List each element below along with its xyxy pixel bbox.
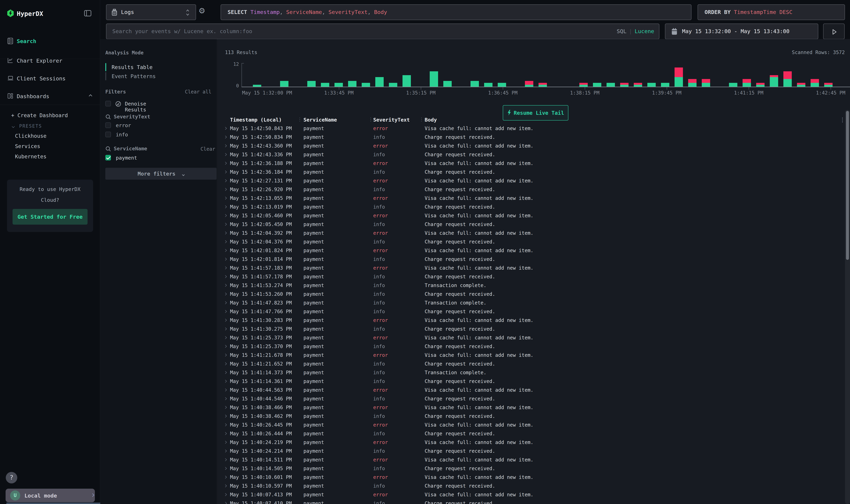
row-expand-chevron-icon[interactable] xyxy=(224,319,227,322)
histogram-bar[interactable] xyxy=(307,81,316,87)
histogram-bar[interactable] xyxy=(688,79,697,87)
table-row[interactable]: May 15 1:41:57.183 PMpaymenterrorVisa ca… xyxy=(221,264,850,272)
table-row[interactable]: May 15 1:41:14.361 PMpaymentinfoCharge r… xyxy=(221,377,850,386)
histogram-bar[interactable] xyxy=(525,81,533,87)
table-row[interactable]: May 15 1:40:26.444 PMpaymentinfoCharge r… xyxy=(221,429,850,438)
column-resize-handle[interactable]: ⋮ xyxy=(368,116,373,122)
table-row[interactable]: May 15 1:40:07.413 PMpaymenterrorVisa ca… xyxy=(221,490,850,499)
row-expand-chevron-icon[interactable] xyxy=(224,484,227,487)
table-row[interactable]: May 15 1:40:14.505 PMpaymentinfoCharge r… xyxy=(221,464,850,473)
table-row[interactable]: May 15 1:42:01.814 PMpaymentinfoCharge r… xyxy=(221,255,850,264)
histogram-bar[interactable] xyxy=(634,83,642,87)
row-expand-chevron-icon[interactable] xyxy=(224,240,227,243)
table-row[interactable]: May 15 1:41:21.652 PMpaymentinfoCharge r… xyxy=(221,360,850,368)
histogram-bar[interactable] xyxy=(348,81,357,87)
histogram-bar[interactable] xyxy=(471,81,479,87)
time-range-picker[interactable]: May 15 13:32:00 - May 15 13:43:00 xyxy=(665,23,818,39)
row-expand-chevron-icon[interactable] xyxy=(224,397,227,400)
table-row[interactable]: May 15 1:41:30.275 PMpaymentinfoCharge r… xyxy=(221,325,850,334)
row-expand-chevron-icon[interactable] xyxy=(224,197,227,200)
create-dashboard-button[interactable]: + Create Dashboard xyxy=(11,112,68,119)
histogram-bar[interactable] xyxy=(334,83,343,87)
sidebar-item-search[interactable]: Search xyxy=(0,36,100,47)
table-row[interactable]: May 15 1:40:38.462 PMpaymentinfoCharge r… xyxy=(221,412,850,421)
row-expand-chevron-icon[interactable] xyxy=(224,371,227,374)
table-row[interactable]: May 15 1:40:24.214 PMpaymentinfoCharge r… xyxy=(221,447,850,455)
row-expand-chevron-icon[interactable] xyxy=(224,406,227,409)
more-filters-button[interactable]: More filters xyxy=(105,168,217,180)
row-expand-chevron-icon[interactable] xyxy=(224,223,227,226)
table-options-kebab-icon[interactable]: ⋮ xyxy=(840,115,845,124)
histogram-bar[interactable] xyxy=(362,83,370,87)
histogram-bar[interactable] xyxy=(539,83,547,87)
table-row[interactable]: May 15 1:42:36.188 PMpaymenterrorVisa ca… xyxy=(221,159,850,168)
row-expand-chevron-icon[interactable] xyxy=(224,415,227,418)
row-expand-chevron-icon[interactable] xyxy=(224,127,227,130)
table-row[interactable]: May 15 1:41:47.766 PMpaymentinfoCharge r… xyxy=(221,307,850,316)
search-icon[interactable] xyxy=(105,146,111,152)
table-row[interactable]: May 15 1:41:30.283 PMpaymenterrorVisa ca… xyxy=(221,316,850,325)
table-row[interactable]: May 15 1:42:27.131 PMpaymenterrorVisa ca… xyxy=(221,177,850,185)
column-header-body[interactable]: Body xyxy=(424,115,437,124)
sidebar-item-chart-explorer[interactable]: Chart Explorer xyxy=(0,55,100,66)
column-header-severitytext[interactable]: SeverityText xyxy=(373,115,410,124)
table-row[interactable]: May 15 1:42:26.920 PMpaymentinfoCharge r… xyxy=(221,185,850,194)
table-row[interactable]: May 15 1:42:50.834 PMpaymentinfoCharge r… xyxy=(221,133,850,142)
search-icon[interactable] xyxy=(105,114,111,120)
row-expand-chevron-icon[interactable] xyxy=(224,362,227,365)
row-expand-chevron-icon[interactable] xyxy=(224,432,227,435)
histogram-bar[interactable] xyxy=(484,83,492,87)
local-mode-button[interactable]: U Local mode xyxy=(5,489,95,502)
histogram-bar[interactable] xyxy=(607,83,615,87)
histogram-bar[interactable] xyxy=(674,68,683,87)
histogram-bar[interactable] xyxy=(321,83,329,87)
table-row[interactable]: May 15 1:42:05.450 PMpaymentinfoCharge r… xyxy=(221,220,850,229)
row-expand-chevron-icon[interactable] xyxy=(224,267,227,269)
row-expand-chevron-icon[interactable] xyxy=(224,258,227,261)
table-row[interactable]: May 15 1:41:25.370 PMpaymentinfoCharge r… xyxy=(221,342,850,351)
histogram-bar[interactable] xyxy=(389,83,397,87)
presets-section-toggle[interactable]: PRESETS xyxy=(12,125,14,128)
row-expand-chevron-icon[interactable] xyxy=(224,327,227,330)
row-expand-chevron-icon[interactable] xyxy=(224,136,227,139)
table-row[interactable]: May 15 1:40:24.219 PMpaymenterrorVisa ca… xyxy=(221,438,850,447)
histogram-bar[interactable] xyxy=(647,83,656,87)
row-expand-chevron-icon[interactable] xyxy=(224,493,227,496)
row-expand-chevron-icon[interactable] xyxy=(224,205,227,209)
histogram-bar[interactable] xyxy=(824,83,833,87)
table-row[interactable]: May 15 1:42:43.360 PMpaymenterrorVisa ca… xyxy=(221,142,850,150)
gear-icon[interactable]: ⚙ xyxy=(198,7,205,15)
row-expand-chevron-icon[interactable] xyxy=(224,354,227,357)
histogram-bar[interactable] xyxy=(756,83,764,87)
row-expand-chevron-icon[interactable] xyxy=(224,249,227,252)
get-started-button[interactable]: Get Started for Free xyxy=(13,209,88,224)
row-expand-chevron-icon[interactable] xyxy=(224,380,227,383)
histogram-bar[interactable] xyxy=(430,71,438,87)
table-row[interactable]: May 15 1:40:38.466 PMpaymenterrorVisa ca… xyxy=(221,403,850,412)
table-row[interactable]: May 15 1:42:13.019 PMpaymentinfoCharge r… xyxy=(221,203,850,211)
sidebar-preset-clickhouse[interactable]: Clickhouse xyxy=(15,133,85,142)
order-by-input[interactable]: ORDER BY TimestampTime DESC xyxy=(698,4,845,20)
histogram-bar[interactable] xyxy=(579,83,588,87)
table-row[interactable]: May 15 1:41:57.178 PMpaymentinfoCharge r… xyxy=(221,272,850,281)
histogram-bar[interactable] xyxy=(770,75,778,87)
row-expand-chevron-icon[interactable] xyxy=(224,389,227,392)
row-expand-chevron-icon[interactable] xyxy=(224,502,227,504)
column-header-timestamp[interactable]: Timestamp (Local) xyxy=(230,115,282,124)
histogram-bar[interactable] xyxy=(375,77,384,87)
table-row[interactable]: May 15 1:40:44.546 PMpaymentinfoCharge r… xyxy=(221,395,850,403)
language-sql-option[interactable]: SQL xyxy=(617,28,627,34)
error-checkbox[interactable] xyxy=(105,122,111,128)
column-header-servicename[interactable]: ServiceName xyxy=(304,115,337,124)
table-row[interactable]: May 15 1:42:36.184 PMpaymentinfoCharge r… xyxy=(221,168,850,177)
row-expand-chevron-icon[interactable] xyxy=(224,441,227,444)
table-row[interactable]: May 15 1:41:53.260 PMpaymentinfoCharge r… xyxy=(221,290,850,299)
histogram-bar[interactable] xyxy=(743,79,751,87)
table-row[interactable]: May 15 1:41:53.274 PMpaymentinfoTransact… xyxy=(221,281,850,290)
source-select[interactable]: Logs xyxy=(106,4,196,20)
table-row[interactable]: May 15 1:40:14.511 PMpaymenterrorVisa ca… xyxy=(221,455,850,464)
vertical-scrollbar-thumb[interactable] xyxy=(846,111,849,260)
table-row[interactable]: May 15 1:41:47.823 PMpaymentinfoTransact… xyxy=(221,299,850,307)
row-expand-chevron-icon[interactable] xyxy=(224,232,227,235)
row-expand-chevron-icon[interactable] xyxy=(224,144,227,147)
